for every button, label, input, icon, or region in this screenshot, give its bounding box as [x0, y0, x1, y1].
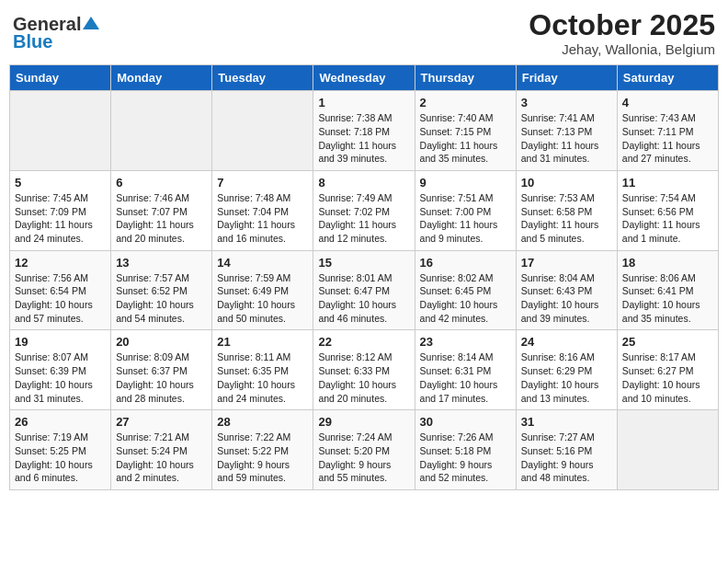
calendar-cell: 6Sunrise: 7:46 AMSunset: 7:07 PMDaylight…	[111, 170, 212, 250]
calendar-cell: 25Sunrise: 8:17 AMSunset: 6:27 PMDayligh…	[617, 330, 718, 410]
calendar-cell: 16Sunrise: 8:02 AMSunset: 6:45 PMDayligh…	[415, 250, 516, 330]
day-info: Sunrise: 7:53 AMSunset: 6:58 PMDaylight:…	[521, 191, 612, 246]
day-info: Sunrise: 7:57 AMSunset: 6:52 PMDaylight:…	[116, 271, 207, 326]
calendar-week-5: 26Sunrise: 7:19 AMSunset: 5:25 PMDayligh…	[10, 410, 719, 490]
day-number: 26	[15, 415, 106, 429]
day-info: Sunrise: 7:26 AMSunset: 5:18 PMDaylight:…	[420, 431, 511, 485]
day-number: 17	[521, 256, 612, 270]
calendar-cell	[10, 91, 111, 171]
day-info: Sunrise: 7:43 AMSunset: 7:11 PMDaylight:…	[622, 111, 713, 166]
day-number: 10	[521, 176, 612, 190]
day-number: 25	[622, 335, 713, 349]
location-subtitle: Jehay, Wallonia, Belgium	[529, 41, 715, 57]
calendar-cell: 17Sunrise: 8:04 AMSunset: 6:43 PMDayligh…	[516, 250, 617, 330]
logo-blue-text: Blue	[13, 31, 52, 52]
calendar-cell: 22Sunrise: 8:12 AMSunset: 6:33 PMDayligh…	[313, 330, 415, 410]
day-info: Sunrise: 8:16 AMSunset: 6:29 PMDaylight:…	[521, 350, 612, 405]
day-number: 22	[318, 335, 409, 349]
calendar-cell: 12Sunrise: 7:56 AMSunset: 6:54 PMDayligh…	[10, 250, 111, 330]
calendar-cell	[111, 91, 212, 171]
day-info: Sunrise: 8:07 AMSunset: 6:39 PMDaylight:…	[15, 350, 106, 405]
day-info: Sunrise: 7:49 AMSunset: 7:02 PMDaylight:…	[318, 191, 409, 246]
day-info: Sunrise: 7:56 AMSunset: 6:54 PMDaylight:…	[15, 271, 106, 326]
day-info: Sunrise: 7:21 AMSunset: 5:24 PMDaylight:…	[116, 431, 207, 485]
weekday-header-thursday: Thursday	[415, 65, 516, 91]
day-number: 9	[420, 176, 511, 190]
day-info: Sunrise: 7:54 AMSunset: 6:56 PMDaylight:…	[622, 191, 713, 246]
logo-icon	[83, 15, 99, 31]
weekday-header-monday: Monday	[111, 65, 212, 91]
day-info: Sunrise: 7:48 AMSunset: 7:04 PMDaylight:…	[217, 191, 308, 246]
day-info: Sunrise: 7:24 AMSunset: 5:20 PMDaylight:…	[318, 431, 409, 485]
day-info: Sunrise: 8:14 AMSunset: 6:31 PMDaylight:…	[420, 350, 511, 405]
day-number: 19	[15, 335, 106, 349]
calendar-cell: 14Sunrise: 7:59 AMSunset: 6:49 PMDayligh…	[212, 250, 313, 330]
calendar-cell: 10Sunrise: 7:53 AMSunset: 6:58 PMDayligh…	[516, 170, 617, 250]
day-number: 27	[116, 415, 207, 429]
day-number: 6	[116, 176, 207, 190]
calendar-cell: 31Sunrise: 7:27 AMSunset: 5:16 PMDayligh…	[516, 410, 617, 490]
calendar-cell: 5Sunrise: 7:45 AMSunset: 7:09 PMDaylight…	[10, 170, 111, 250]
calendar-cell: 11Sunrise: 7:54 AMSunset: 6:56 PMDayligh…	[617, 170, 718, 250]
day-number: 8	[318, 176, 409, 190]
day-number: 11	[622, 176, 713, 190]
calendar-cell: 19Sunrise: 8:07 AMSunset: 6:39 PMDayligh…	[10, 330, 111, 410]
calendar-cell: 27Sunrise: 7:21 AMSunset: 5:24 PMDayligh…	[111, 410, 212, 490]
day-info: Sunrise: 8:17 AMSunset: 6:27 PMDaylight:…	[622, 350, 713, 405]
day-info: Sunrise: 8:12 AMSunset: 6:33 PMDaylight:…	[318, 350, 409, 405]
day-info: Sunrise: 8:06 AMSunset: 6:41 PMDaylight:…	[622, 271, 713, 326]
day-number: 15	[318, 256, 409, 270]
calendar-cell: 28Sunrise: 7:22 AMSunset: 5:22 PMDayligh…	[212, 410, 313, 490]
weekday-header-row: SundayMondayTuesdayWednesdayThursdayFrid…	[10, 65, 719, 91]
calendar-week-4: 19Sunrise: 8:07 AMSunset: 6:39 PMDayligh…	[10, 330, 719, 410]
day-number: 20	[116, 335, 207, 349]
day-info: Sunrise: 7:46 AMSunset: 7:07 PMDaylight:…	[116, 191, 207, 246]
day-info: Sunrise: 8:02 AMSunset: 6:45 PMDaylight:…	[420, 271, 511, 326]
calendar-cell: 3Sunrise: 7:41 AMSunset: 7:13 PMDaylight…	[516, 91, 617, 171]
day-info: Sunrise: 7:27 AMSunset: 5:16 PMDaylight:…	[521, 431, 612, 485]
day-number: 30	[420, 415, 511, 429]
month-title: October 2025	[529, 9, 715, 41]
page-header: General Blue October 2025 Jehay, Walloni…	[9, 9, 719, 57]
weekday-header-saturday: Saturday	[617, 65, 718, 91]
calendar-table: SundayMondayTuesdayWednesdayThursdayFrid…	[9, 64, 719, 490]
day-number: 28	[217, 415, 308, 429]
calendar-cell: 24Sunrise: 8:16 AMSunset: 6:29 PMDayligh…	[516, 330, 617, 410]
day-number: 7	[217, 176, 308, 190]
calendar-cell: 13Sunrise: 7:57 AMSunset: 6:52 PMDayligh…	[111, 250, 212, 330]
day-number: 29	[318, 415, 409, 429]
day-number: 4	[622, 96, 713, 109]
calendar-cell: 15Sunrise: 8:01 AMSunset: 6:47 PMDayligh…	[313, 250, 415, 330]
day-number: 3	[521, 96, 612, 109]
calendar-cell: 1Sunrise: 7:38 AMSunset: 7:18 PMDaylight…	[313, 91, 415, 171]
day-number: 2	[420, 96, 511, 109]
day-info: Sunrise: 7:51 AMSunset: 7:00 PMDaylight:…	[420, 191, 511, 246]
weekday-header-tuesday: Tuesday	[212, 65, 313, 91]
day-info: Sunrise: 7:19 AMSunset: 5:25 PMDaylight:…	[15, 431, 106, 485]
calendar-cell: 9Sunrise: 7:51 AMSunset: 7:00 PMDaylight…	[415, 170, 516, 250]
logo: General Blue	[13, 14, 99, 52]
day-number: 14	[217, 256, 308, 270]
day-info: Sunrise: 8:04 AMSunset: 6:43 PMDaylight:…	[521, 271, 612, 326]
day-number: 31	[521, 415, 612, 429]
calendar-week-1: 1Sunrise: 7:38 AMSunset: 7:18 PMDaylight…	[10, 91, 719, 171]
calendar-cell: 23Sunrise: 8:14 AMSunset: 6:31 PMDayligh…	[415, 330, 516, 410]
calendar-cell: 20Sunrise: 8:09 AMSunset: 6:37 PMDayligh…	[111, 330, 212, 410]
calendar-cell: 21Sunrise: 8:11 AMSunset: 6:35 PMDayligh…	[212, 330, 313, 410]
weekday-header-sunday: Sunday	[10, 65, 111, 91]
calendar-cell	[212, 91, 313, 171]
day-number: 23	[420, 335, 511, 349]
day-number: 12	[15, 256, 106, 270]
day-info: Sunrise: 7:41 AMSunset: 7:13 PMDaylight:…	[521, 111, 612, 166]
day-info: Sunrise: 7:45 AMSunset: 7:09 PMDaylight:…	[15, 191, 106, 246]
weekday-header-wednesday: Wednesday	[313, 65, 415, 91]
day-info: Sunrise: 7:59 AMSunset: 6:49 PMDaylight:…	[217, 271, 308, 326]
day-info: Sunrise: 8:01 AMSunset: 6:47 PMDaylight:…	[318, 271, 409, 326]
day-info: Sunrise: 8:11 AMSunset: 6:35 PMDaylight:…	[217, 350, 308, 405]
calendar-cell: 7Sunrise: 7:48 AMSunset: 7:04 PMDaylight…	[212, 170, 313, 250]
day-info: Sunrise: 7:22 AMSunset: 5:22 PMDaylight:…	[217, 431, 308, 485]
day-info: Sunrise: 7:40 AMSunset: 7:15 PMDaylight:…	[420, 111, 511, 166]
calendar-cell: 4Sunrise: 7:43 AMSunset: 7:11 PMDaylight…	[617, 91, 718, 171]
day-number: 1	[318, 96, 409, 109]
day-number: 13	[116, 256, 207, 270]
